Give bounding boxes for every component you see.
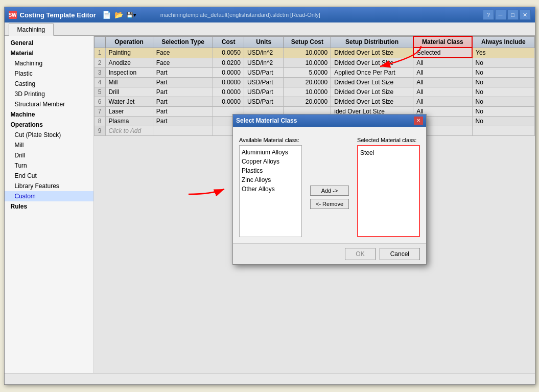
sidebar-item-drill[interactable]: Drill [5, 150, 93, 160]
sidebar-item-rules[interactable]: Rules [5, 201, 93, 212]
sidebar-item-custom[interactable]: Custom [5, 191, 93, 201]
new-button[interactable]: 📄 [101, 9, 112, 20]
modal-close-button[interactable]: ✕ [414, 117, 423, 125]
sidebar-item-libfeatures[interactable]: Library Features [5, 181, 93, 191]
modal-footer: OK Cancel [233, 243, 426, 264]
sidebar-item-cut[interactable]: Cut (Plate Stock) [5, 130, 93, 140]
title-bar: SW Costing Template Editor 📄 📂 💾▾ machin… [5, 7, 535, 22]
sidebar-item-casting[interactable]: Casting [5, 79, 93, 89]
title-bar-left: SW Costing Template Editor 📄 📂 💾▾ machin… [9, 9, 320, 20]
select-material-dialog: Select Material Class ✕ Available Materi… [232, 114, 427, 265]
modal-body: Available Material class: Aluminium Allo… [233, 127, 426, 243]
sidebar-item-general[interactable]: General [5, 38, 93, 48]
minimize-button[interactable]: ─ [495, 10, 506, 20]
sidebar-item-endcut[interactable]: End Cut [5, 171, 93, 181]
remove-button[interactable]: <- Remove [310, 199, 349, 209]
sidebar-item-mill[interactable]: Mill [5, 140, 93, 150]
modal-title: Select Material Class [236, 117, 297, 124]
file-name: machiningtemplate_default(englishstandar… [160, 12, 320, 18]
sidebar-item-plastic[interactable]: Plastic [5, 68, 93, 79]
list-item-other[interactable]: Other Alloys [242, 185, 299, 194]
add-button[interactable]: Add -> [310, 186, 349, 196]
title-toolbar: 📄 📂 💾▾ [101, 9, 137, 20]
selected-col: Selected Material class: Steel [357, 137, 420, 237]
available-col: Available Material class: Aluminium Allo… [239, 137, 302, 237]
selected-item-steel[interactable]: Steel [360, 148, 417, 157]
main-window: SW Costing Template Editor 📄 📂 💾▾ machin… [4, 7, 535, 385]
app-icon: SW [9, 11, 17, 19]
available-label: Available Material class: [239, 137, 302, 143]
list-item-aluminium[interactable]: Aluminium Alloys [242, 148, 299, 157]
sidebar-item-machine[interactable]: Machine [5, 109, 93, 120]
tab-machining[interactable]: Machining [9, 24, 54, 36]
sidebar: General Material Machining Plastic Casti… [5, 36, 94, 373]
sidebar-item-material[interactable]: Material [5, 48, 93, 58]
main-content: General Material Machining Plastic Casti… [5, 36, 535, 373]
available-list[interactable]: Aluminium Alloys Copper Alloys Plastics … [239, 145, 302, 237]
selected-label: Selected Material class: [357, 137, 420, 143]
maximize-button[interactable]: □ [507, 10, 519, 20]
list-item-zinc[interactable]: Zinc Alloys [242, 175, 299, 185]
close-button[interactable]: ✕ [520, 10, 531, 20]
sidebar-item-machining[interactable]: Machining [5, 58, 93, 68]
window-controls: ? ─ □ ✕ [483, 10, 531, 20]
sidebar-item-structural[interactable]: Structural Member [5, 99, 93, 109]
ok-button[interactable]: OK [345, 248, 375, 260]
tab-bar: Machining [5, 22, 535, 36]
modal-overlay: Select Material Class ✕ Available Materi… [94, 36, 535, 373]
modal-title-bar: Select Material Class ✕ [233, 114, 426, 127]
sidebar-item-3dprinting[interactable]: 3D Printing [5, 89, 93, 99]
sidebar-item-turn[interactable]: Turn [5, 160, 93, 171]
sidebar-item-operations[interactable]: Operations [5, 120, 93, 130]
modal-columns: Available Material class: Aluminium Allo… [239, 137, 420, 237]
open-button[interactable]: 📂 [113, 9, 125, 20]
cancel-button[interactable]: Cancel [380, 248, 420, 260]
list-item-copper[interactable]: Copper Alloys [242, 157, 299, 166]
table-area: Operation Selection Type Cost Units Setu… [94, 36, 535, 373]
app-title: Costing Template Editor [20, 11, 96, 19]
save-button[interactable]: 💾▾ [126, 9, 137, 20]
list-item-plastics[interactable]: Plastics [242, 166, 299, 175]
selected-box[interactable]: Steel [357, 145, 420, 237]
status-bar [5, 373, 535, 384]
modal-action-buttons: Add -> <- Remove [307, 137, 352, 237]
help-button[interactable]: ? [483, 10, 494, 20]
